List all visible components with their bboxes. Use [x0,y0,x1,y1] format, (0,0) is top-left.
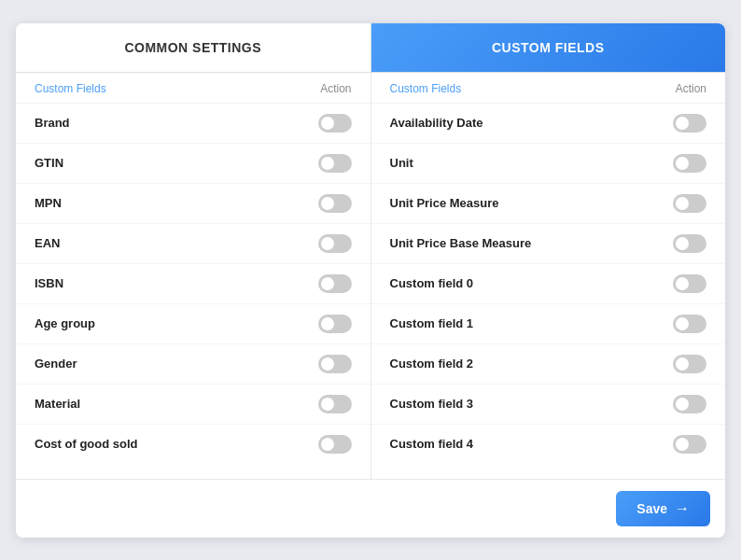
table-row: Gender [16,344,370,385]
toggle-slider [673,435,706,454]
field-label: ISBN [35,276,63,290]
tabs-bar: COMMON SETTINGS CUSTOM FIELDS [16,23,725,73]
field-label: Gender [35,357,77,371]
table-row: Unit Price Measure [371,184,726,224]
toggle-slider [318,234,352,253]
field-label: Unit Price Base Measure [390,236,532,250]
left-header-action: Action [320,82,351,95]
toggle-slider [673,114,706,133]
left-panel: Custom Fields Action Brand GTIN MPN EAN [16,73,371,479]
field-label: Cost of good sold [35,437,137,451]
toggle-slider [318,154,352,173]
field-label: Custom field 0 [390,276,474,290]
toggle-switch[interactable] [318,194,352,213]
toggle-switch[interactable] [673,154,706,173]
table-row: Material [16,385,370,425]
toggle-slider [673,315,706,333]
toggle-switch[interactable] [673,435,706,454]
table-row: Custom field 0 [371,264,726,304]
content-area: Custom Fields Action Brand GTIN MPN EAN [16,73,725,479]
toggle-switch[interactable] [318,234,352,253]
toggle-slider [673,395,706,413]
field-label: GTIN [35,156,63,170]
save-label: Save [636,501,667,516]
toggle-slider [318,355,352,373]
field-label: Custom field 3 [390,397,474,411]
table-row: EAN [16,224,370,264]
toggle-switch[interactable] [318,315,352,333]
right-panel-header: Custom Fields Action [371,73,726,104]
table-row: Unit [371,144,726,184]
table-row: ISBN [16,264,370,304]
toggle-slider [318,435,352,454]
table-row: MPN [16,184,370,224]
left-fields-list: Brand GTIN MPN EAN ISBN [16,104,370,464]
field-label: Custom field 2 [390,357,474,371]
tab-custom-fields[interactable]: CUSTOM FIELDS [371,23,726,72]
toggle-slider [318,194,352,213]
toggle-switch[interactable] [318,274,352,293]
table-row: Custom field 3 [371,385,726,425]
arrow-icon: → [675,500,690,517]
toggle-switch[interactable] [318,395,352,413]
toggle-slider [318,274,352,293]
toggle-slider [673,194,706,213]
table-row: Brand [16,104,370,144]
toggle-slider [673,154,706,173]
table-row: Age group [16,304,370,344]
field-label: EAN [35,236,60,250]
main-container: COMMON SETTINGS CUSTOM FIELDS Custom Fie… [16,23,725,538]
toggle-slider [673,355,706,373]
right-header-label: Custom Fields [390,82,462,95]
toggle-switch[interactable] [318,355,352,373]
toggle-slider [673,234,706,253]
toggle-switch[interactable] [673,315,706,333]
tab-common-settings[interactable]: COMMON SETTINGS [16,23,371,72]
table-row: Custom field 2 [371,344,726,385]
field-label: Material [35,397,80,411]
toggle-switch[interactable] [673,194,706,213]
footer: Save → [16,479,725,538]
toggle-switch[interactable] [673,234,706,253]
toggle-switch[interactable] [318,114,352,133]
toggle-slider [318,395,352,413]
table-row: Cost of good sold [16,425,370,464]
toggle-switch[interactable] [673,274,706,293]
save-button[interactable]: Save → [616,491,710,526]
right-fields-list: Availability Date Unit Unit Price Measur… [371,104,726,464]
toggle-switch[interactable] [673,395,706,413]
table-row: GTIN [16,144,370,184]
left-header-label: Custom Fields [35,82,106,95]
field-label: Brand [35,116,70,130]
table-row: Unit Price Base Measure [371,224,726,264]
toggle-switch[interactable] [318,154,352,173]
right-header-action: Action [676,82,706,95]
toggle-slider [318,114,352,133]
right-panel: Custom Fields Action Availability Date U… [371,73,726,479]
field-label: Custom field 4 [390,437,474,451]
left-panel-header: Custom Fields Action [16,73,370,104]
toggle-slider [318,315,352,333]
field-label: MPN [35,196,62,210]
toggle-switch[interactable] [673,355,706,373]
table-row: Custom field 1 [371,304,726,344]
toggle-switch[interactable] [318,435,352,454]
toggle-slider [673,274,706,293]
field-label: Unit Price Measure [390,196,499,210]
toggle-switch[interactable] [673,114,706,133]
field-label: Unit [390,156,413,170]
field-label: Age group [35,316,95,330]
table-row: Custom field 4 [371,425,726,464]
table-row: Availability Date [371,104,726,144]
field-label: Custom field 1 [390,316,474,330]
field-label: Availability Date [390,116,483,130]
